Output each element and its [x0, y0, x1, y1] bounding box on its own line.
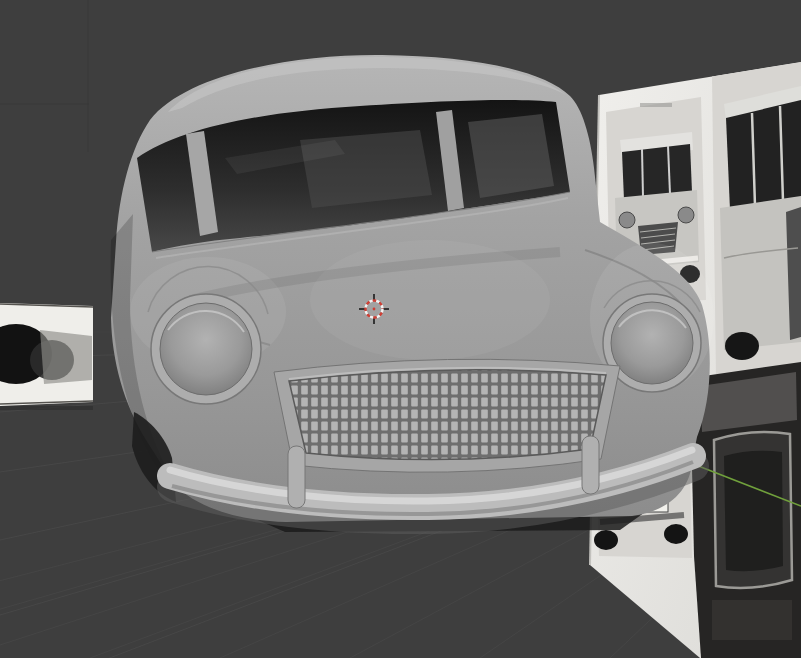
reference-photo-top	[690, 362, 801, 658]
reference-strip-smear	[40, 330, 92, 384]
car-interior-glow	[300, 130, 432, 208]
photo-rear-panel	[712, 600, 792, 640]
photo-caption-smudge	[640, 103, 672, 107]
photo-window-pillar	[642, 149, 643, 197]
photo-headlight	[619, 212, 635, 228]
photo-window-glass	[724, 451, 783, 572]
cursor-center-dot	[373, 308, 376, 311]
reference-strip-shadow	[0, 406, 93, 410]
viewport-canvas[interactable]	[0, 0, 801, 658]
headlight-lens	[160, 303, 252, 395]
grille-mesh	[289, 370, 606, 460]
car-grille	[274, 359, 620, 472]
photo-wheel	[594, 530, 618, 550]
reference-photo-side	[712, 62, 801, 380]
viewport-3d[interactable]	[0, 0, 801, 658]
photo-headlight	[678, 207, 694, 223]
bumper-overrider-left	[288, 446, 305, 508]
car-interior-glow	[468, 114, 554, 198]
photo-car-windows	[726, 100, 801, 210]
bumper-overrider-right	[582, 436, 599, 494]
photo-wheel	[664, 524, 688, 544]
headlight-lens	[611, 302, 693, 384]
photo-wheel	[725, 332, 759, 360]
reference-plane-left[interactable]	[0, 303, 93, 410]
